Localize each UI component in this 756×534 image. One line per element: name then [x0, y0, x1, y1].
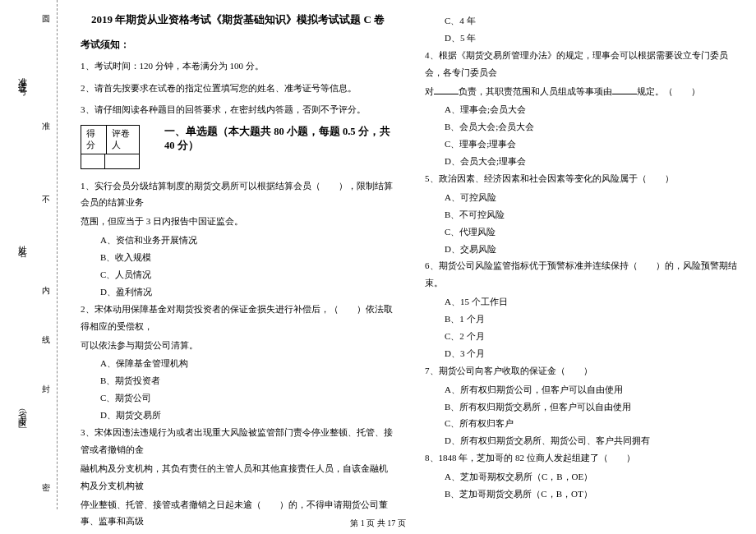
- binding-margin: 圆 准考证号 准 不 姓名 内 线 封 省（市区） 密: [0, 0, 58, 509]
- notice-2: 2、请首先按要求在试卷的指定位置填写您的姓名、准考证号等信息。: [81, 81, 395, 95]
- q3-opt-c: C、4 年: [425, 12, 740, 30]
- q6-opt-d: D、3 个月: [425, 345, 740, 362]
- q5-opt-c: C、代理风险: [425, 223, 740, 241]
- margin-char-mi: 密: [39, 476, 51, 483]
- q5-opt-b: B、不可控风险: [425, 206, 740, 223]
- margin-char-zhun: 准: [39, 115, 51, 122]
- province-label: 省（市区）: [16, 403, 29, 419]
- margin-char-seal: 圆: [39, 8, 51, 15]
- q4-stem-2b: 负责，其职责范围和人员组成等事项由: [459, 86, 612, 96]
- q5-opt-d: D、交易风险: [425, 241, 740, 258]
- q1-stem-2: 范围，但应当于 3 日内报告中国证监会。: [81, 213, 395, 230]
- q3-stem-2: 融机构及分支机构，其负有责任的主管人员和其他直接责任人员，自该金融机构及分支机构…: [81, 460, 395, 495]
- q7-opt-a: A、所有权归期货公司，但客户可以自由使用: [425, 381, 740, 398]
- blank-2: [612, 85, 637, 94]
- margin-char-bu: 不: [39, 189, 51, 196]
- q5-stem: 5、政治因素、经济因素和社会因素等变化的风险属于（ ）: [425, 170, 740, 187]
- notice-1: 1、考试时间：120 分钟，本卷满分为 100 分。: [81, 59, 395, 73]
- blank-1: [434, 85, 459, 94]
- q1-opt-d: D、盈利情况: [81, 283, 395, 301]
- q4-opt-b: B、会员大会;会员大会: [425, 118, 740, 136]
- q6-opt-a: A、15 个工作日: [425, 293, 740, 311]
- q1-opt-c: C、人员情况: [81, 266, 395, 283]
- q2-opt-c: C、期货公司: [81, 389, 395, 407]
- left-column: 2019 年期货从业资格考试《期货基础知识》模拟考试试题 C 卷 考试须知： 1…: [72, 12, 410, 505]
- q6-stem: 6、期货公司风险监管指标优于预警标准并连续保持（ ）的，风险预警期结束。: [425, 257, 740, 292]
- q1-stem-1: 1、实行会员分级结算制度的期货交易所可以根据结算会员（ ），限制结算会员的结算业…: [81, 177, 395, 212]
- q4-opt-d: D、会员大会;理事会: [425, 153, 740, 170]
- right-column: C、4 年 D、5 年 4、根据《期货交易所管理办法》的规定，理事会可以根据需要…: [410, 12, 748, 505]
- q4-stem-1: 4、根据《期货交易所管理办法》的规定，理事会可以根据需要设立专门委员会，各专门委…: [425, 47, 740, 81]
- q7-opt-c: C、所有权归客户: [425, 415, 740, 432]
- q7-opt-b: B、所有权归期货交易所，但客户可以自由使用: [425, 398, 740, 416]
- q4-stem-2a: 对: [425, 86, 434, 96]
- score-value-cell: [81, 154, 105, 169]
- q3-stem-1: 3、宋体因违法违规行为或者出现重大风险被监管部门责令停业整顿、托管、接管或者撤销…: [81, 424, 395, 458]
- q7-opt-d: D、所有权归期货交易所、期货公司、客户共同拥有: [425, 432, 740, 449]
- notice-3: 3、请仔细阅读各种题目的回答要求，在密封线内答题，否则不予评分。: [81, 103, 395, 117]
- margin-char-feng: 封: [39, 378, 51, 384]
- q4-stem-2: 对负责，其职责范围和人员组成等事项由规定。（ ）: [425, 83, 740, 100]
- q2-stem-1: 2、宋体动用保障基金对期货投资者的保证金损失进行补偿后，（ ）依法取得相应的受偿…: [81, 301, 395, 335]
- q2-opt-d: D、期货交易所: [81, 407, 395, 424]
- q4-opt-c: C、理事会;理事会: [425, 136, 740, 153]
- exam-title: 2019 年期货从业资格考试《期货基础知识》模拟考试试题 C 卷: [81, 12, 395, 27]
- score-header-grader: 评卷人: [107, 125, 140, 154]
- exam-content: 2019 年期货从业资格考试《期货基础知识》模拟考试试题 C 卷 考试须知： 1…: [58, 0, 756, 509]
- q2-stem-2: 可以依法参与期货公司清算。: [81, 337, 395, 354]
- q4-opt-a: A、理事会;会员大会: [425, 101, 740, 118]
- q8-opt-a: A、芝加哥期权交易所（C，B，OE）: [425, 468, 740, 486]
- q7-stem: 7、期货公司向客户收取的保证金（ ）: [425, 362, 740, 380]
- q6-opt-b: B、1 个月: [425, 311, 740, 328]
- q6-opt-c: C、2 个月: [425, 328, 740, 345]
- q2-opt-b: B、期货投资者: [81, 372, 395, 389]
- q8-opt-b: B、芝加哥期货交易所（C，B，OT）: [425, 486, 740, 503]
- q8-stem: 8、1848 年，芝加哥的 82 位商人发起组建了（ ）: [425, 449, 740, 467]
- q5-opt-a: A、可控风险: [425, 189, 740, 206]
- grader-value-cell: [105, 154, 140, 169]
- q2-opt-a: A、保障基金管理机构: [81, 355, 395, 372]
- q4-stem-2c: 规定。（ ）: [637, 86, 700, 96]
- page-footer: 第 1 页 共 17 页: [0, 518, 756, 529]
- admission-number-label: 准考证号: [16, 70, 29, 83]
- margin-char-line: 线: [39, 329, 51, 335]
- notice-heading: 考试须知：: [81, 39, 395, 51]
- q1-opt-b: B、收入规模: [81, 249, 395, 266]
- score-section: 得分 评卷人 一、单选题（本大题共 80 小题，每题 0.5 分，共 40 分）: [81, 125, 395, 169]
- q1-opt-a: A、资信和业务开展情况: [81, 232, 395, 249]
- name-label: 姓名: [16, 238, 29, 245]
- margin-char-nei: 内: [39, 279, 51, 286]
- section-1-title: 一、单选题（本大题共 80 小题，每题 0.5 分，共 40 分）: [164, 125, 395, 153]
- score-header-score: 得分: [81, 125, 107, 154]
- q3-opt-d: D、5 年: [425, 30, 740, 47]
